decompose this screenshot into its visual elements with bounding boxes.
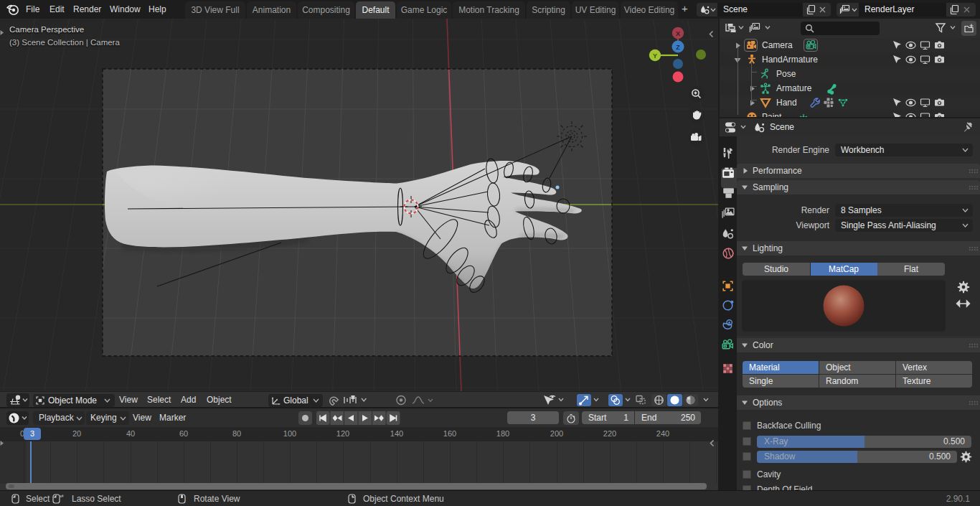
- svg-text:X: X: [676, 30, 680, 37]
- svg-text:Z: Z: [676, 44, 680, 51]
- svg-text:Y: Y: [653, 52, 657, 60]
